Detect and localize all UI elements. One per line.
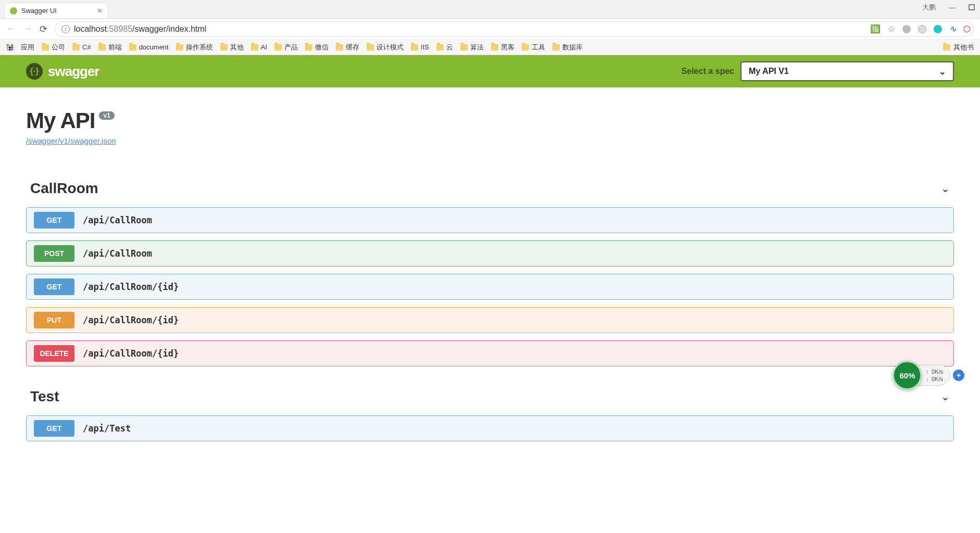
bookmark-label: 工具	[532, 43, 545, 52]
translate-icon[interactable]: 🈯	[870, 24, 881, 34]
api-operation[interactable]: GET/api/CallRoom	[26, 207, 954, 233]
download-speed: 0K/s	[932, 376, 943, 382]
http-method-badge: GET	[34, 420, 74, 437]
bookmark-label: 算法	[470, 43, 484, 52]
api-path: /api/CallRoom	[83, 215, 152, 225]
spec-json-link[interactable]: /swagger/v1/swagger.json	[26, 136, 116, 145]
api-path: /api/Test	[83, 423, 131, 434]
bookmark-item[interactable]: 公司	[42, 43, 65, 52]
http-method-badge: PUT	[34, 312, 74, 328]
bookmark-label: C#	[82, 43, 91, 51]
api-section: Test⌄GET/api/Test	[26, 388, 954, 441]
bookmark-item[interactable]: 工具	[522, 43, 545, 52]
bookmark-item[interactable]: 前端	[98, 43, 122, 52]
folder-icon	[522, 44, 529, 50]
bookmark-label: document	[139, 43, 169, 51]
api-operation[interactable]: DELETE/api/CallRoom/{id}	[26, 340, 954, 366]
bookmarks-overflow[interactable]: 其他书	[953, 43, 974, 52]
section-header[interactable]: CallRoom⌄	[26, 180, 954, 200]
bookmark-label: 数据库	[562, 43, 583, 52]
back-icon[interactable]: ←	[6, 23, 16, 34]
bookmark-item[interactable]: 数据库	[552, 43, 583, 52]
extension-icon[interactable]: ∿	[949, 24, 956, 34]
svg-rect-0	[969, 5, 974, 10]
swagger-logo-icon: {·}	[26, 63, 43, 80]
apps-label[interactable]: 应用	[21, 43, 34, 52]
folder-icon	[176, 44, 183, 50]
bookmark-label: 设计模式	[376, 43, 404, 52]
bookmark-item[interactable]: 缓存	[336, 43, 359, 52]
folder-icon	[943, 44, 950, 50]
api-path: /api/CallRoom/{id}	[83, 348, 179, 359]
chevron-down-icon: ⌄	[939, 67, 946, 77]
bookmark-label: 公司	[52, 43, 65, 52]
bookmark-item[interactable]: 算法	[460, 43, 484, 52]
api-operation[interactable]: GET/api/CallRoom/{id}	[26, 274, 954, 300]
browser-tab-strip: Swagger UI ✕ 大鹏 —	[0, 0, 980, 19]
bookmark-item[interactable]: 产品	[274, 43, 298, 52]
extension-icon[interactable]: ⬡	[963, 24, 971, 34]
folder-icon	[129, 44, 136, 50]
http-method-badge: POST	[34, 245, 74, 262]
folder-icon	[98, 44, 106, 50]
swagger-favicon-icon	[10, 7, 17, 15]
bookmark-item[interactable]: 操作系统	[176, 43, 213, 52]
bookmark-label: 缓存	[346, 43, 359, 52]
bookmark-label: AI	[261, 43, 267, 51]
extension-icon[interactable]	[902, 25, 911, 33]
folder-icon	[42, 44, 49, 50]
window-controls: 大鹏 —	[922, 3, 975, 12]
folder-icon	[460, 44, 468, 50]
api-operation[interactable]: POST/api/CallRoom	[26, 240, 954, 266]
spec-select[interactable]: My API V1 ⌄	[740, 61, 954, 81]
bookmark-label: 前端	[108, 43, 122, 52]
swagger-topbar: {·} swagger Select a spec My API V1 ⌄	[0, 55, 980, 87]
site-info-icon[interactable]: i	[61, 25, 70, 33]
bookmark-star-icon[interactable]: ☆	[888, 24, 895, 34]
spec-select-value: My API V1	[749, 67, 789, 76]
browser-tab[interactable]: Swagger UI ✕	[4, 3, 108, 18]
extension-icon[interactable]	[918, 25, 926, 33]
forward-icon[interactable]: →	[23, 23, 32, 34]
add-button[interactable]: +	[953, 370, 964, 381]
bookmark-item[interactable]: C#	[72, 43, 91, 52]
section-title: CallRoom	[30, 180, 98, 197]
bookmark-item[interactable]: 云	[436, 43, 453, 52]
http-method-badge: GET	[34, 278, 74, 295]
extension-icon[interactable]	[934, 25, 942, 33]
address-bar[interactable]: i localhost:58985/swagger/index.html	[55, 21, 974, 37]
swagger-logo[interactable]: {·} swagger	[26, 63, 99, 80]
close-icon[interactable]: ✕	[97, 7, 103, 15]
bookmark-item[interactable]: 微信	[305, 43, 329, 52]
select-spec-label: Select a spec	[682, 67, 734, 76]
bookmark-label: 操作系统	[186, 43, 213, 52]
reload-icon[interactable]: ⟳	[40, 23, 47, 35]
bookmark-item[interactable]: 设计模式	[367, 43, 404, 52]
api-operation[interactable]: PUT/api/CallRoom/{id}	[26, 307, 954, 333]
network-speed-widget[interactable]: 60% ↑0K/s ↓0K/s +	[893, 361, 964, 390]
folder-icon	[411, 44, 418, 50]
section-title: Test	[30, 388, 59, 405]
arrow-down-icon: ↓	[925, 376, 928, 382]
chevron-down-icon: ⌄	[941, 390, 950, 403]
section-header[interactable]: Test⌄	[26, 388, 954, 408]
apps-icon[interactable]	[6, 44, 14, 51]
api-operation[interactable]: GET/api/Test	[26, 415, 954, 441]
bookmark-item[interactable]: 其他	[220, 43, 244, 52]
api-path: /api/CallRoom/{id}	[83, 282, 179, 292]
swagger-body: My API v1 /swagger/v1/swagger.json CallR…	[0, 87, 980, 441]
api-path: /api/CallRoom	[83, 248, 152, 259]
folder-icon	[436, 44, 444, 50]
bookmark-item[interactable]: AI	[251, 43, 267, 52]
chevron-down-icon: ⌄	[941, 182, 950, 195]
bookmark-item[interactable]: 黑客	[491, 43, 514, 52]
page-title: My API	[26, 108, 95, 133]
folder-icon	[274, 44, 282, 50]
bookmark-item[interactable]: IIS	[411, 43, 429, 52]
url-port: :58985	[107, 24, 132, 34]
bookmark-item[interactable]: document	[129, 43, 169, 52]
swagger-brand-text: swagger	[48, 64, 99, 80]
minimize-icon[interactable]: —	[949, 4, 956, 11]
bookmark-label: 黑客	[501, 43, 514, 52]
maximize-icon[interactable]	[969, 4, 975, 10]
